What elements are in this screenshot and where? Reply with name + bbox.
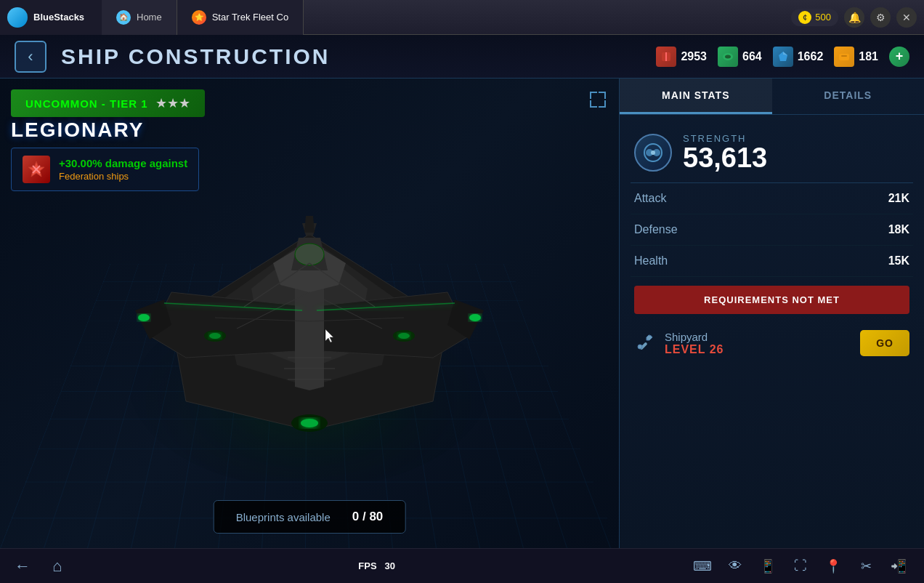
scissors-icon[interactable]: ✂ xyxy=(855,555,877,577)
ship-name: LEGIONARY xyxy=(11,118,144,142)
left-panel: UNCOMMON - TIER 1 ★★★ LEGIONARY +30.00% … xyxy=(0,79,619,548)
add-resources-button[interactable]: + xyxy=(889,47,909,67)
coin-value: 500 xyxy=(815,12,831,23)
coin-display: ₵ 500 xyxy=(791,9,838,26)
tab-bar: 🏠 Home ⭐ Star Trek Fleet Co xyxy=(102,0,791,35)
strength-row: STRENGTH 53,613 xyxy=(631,126,913,183)
fps-value: 30 xyxy=(384,560,394,571)
coin-icon: ₵ xyxy=(798,11,811,24)
titlebar: BlueStacks 🏠 Home ⭐ Star Trek Fleet Co ₵… xyxy=(0,0,924,35)
page-title: SHIP CONSTRUCTION xyxy=(61,44,330,69)
resources-bar: 2953 664 1662 181 + xyxy=(656,47,909,67)
svg-point-56 xyxy=(651,150,655,155)
crystal-value: 1662 xyxy=(798,50,824,63)
stats-tabs: MAIN STATS DETAILS xyxy=(620,79,924,115)
phone-icon[interactable]: 📱 xyxy=(757,555,779,577)
tab-main-stats-label: MAIN STATS xyxy=(662,89,729,101)
shipyard-row: Shipyard LEVEL 26 GO xyxy=(631,323,913,363)
bluestacks-icon xyxy=(7,7,28,28)
wrench-icon xyxy=(634,332,656,354)
strength-info: STRENGTH 53,613 xyxy=(683,133,767,172)
bottom-controls-right: ⌨ 👁 📱 ⛶ 📍 ✂ 📲 xyxy=(692,555,909,577)
phone-alt-icon[interactable]: 📲 xyxy=(888,555,909,577)
trilithium-icon xyxy=(718,47,738,67)
header-bar: ‹ SHIP CONSTRUCTION 2953 664 1662 xyxy=(0,35,924,79)
bluestacks-label: BlueStacks xyxy=(33,12,84,23)
ship-image xyxy=(99,176,520,481)
requirements-not-met-banner: REQUIREMENTS NOT MET xyxy=(634,286,909,314)
strength-icon xyxy=(634,134,672,172)
attack-label: Attack xyxy=(634,192,666,205)
keyboard-icon[interactable]: ⌨ xyxy=(692,555,713,577)
svg-rect-18 xyxy=(604,100,606,108)
expand-icon[interactable] xyxy=(588,89,608,114)
svg-rect-6 xyxy=(839,54,849,60)
svg-point-32 xyxy=(295,244,324,265)
tab-main-stats[interactable]: MAIN STATS xyxy=(620,79,772,114)
svg-point-38 xyxy=(301,419,318,427)
nav-home-icon[interactable]: ⌂ xyxy=(52,557,62,576)
parsteel-value: 2953 xyxy=(681,50,707,63)
game-content: ‹ SHIP CONSTRUCTION 2953 664 1662 xyxy=(0,35,924,548)
svg-point-26 xyxy=(469,314,481,321)
trilithium-value: 664 xyxy=(742,50,762,63)
ship-rarity-label: UNCOMMON - TIER 1 xyxy=(25,97,148,110)
location-icon[interactable]: 📍 xyxy=(822,555,844,577)
svg-point-34 xyxy=(398,333,410,339)
game-tab-icon: ⭐ xyxy=(192,10,206,25)
blueprints-value: 0 / 80 xyxy=(352,510,384,524)
resource-latinum: 181 xyxy=(834,47,878,67)
shipyard-name-label: Shipyard xyxy=(665,331,724,343)
tab-game-label: Star Trek Fleet Co xyxy=(212,12,288,23)
stat-row-health: Health 15K xyxy=(631,246,913,277)
svg-rect-16 xyxy=(590,100,591,108)
latinum-value: 181 xyxy=(859,50,878,63)
go-button[interactable]: GO xyxy=(860,330,909,356)
bonus-percent: +30.00% damage against xyxy=(59,157,187,169)
stats-content: STRENGTH 53,613 Attack 21K Defense 18K H… xyxy=(620,115,924,548)
defense-label: Defense xyxy=(634,223,678,236)
shipyard-level-label: LEVEL 26 xyxy=(665,343,724,356)
settings-icon[interactable]: ⚙ xyxy=(870,7,891,28)
stat-row-defense: Defense 18K xyxy=(631,214,913,246)
back-button[interactable]: ‹ xyxy=(15,41,46,73)
home-tab-icon: 🏠 xyxy=(116,10,131,25)
bottom-nav-left: ← ⌂ xyxy=(15,557,62,576)
latinum-icon xyxy=(834,47,854,67)
defense-value: 18K xyxy=(888,223,909,236)
tab-home[interactable]: 🏠 Home xyxy=(102,0,177,35)
resource-trilithium: 664 xyxy=(718,47,762,67)
titlebar-controls: ₵ 500 🔔 ⚙ ✕ xyxy=(791,7,924,28)
main-layout: UNCOMMON - TIER 1 ★★★ LEGIONARY +30.00% … xyxy=(0,79,924,548)
crystal-icon xyxy=(773,47,793,67)
stat-row-attack: Attack 21K xyxy=(631,183,913,214)
tab-game[interactable]: ⭐ Star Trek Fleet Co xyxy=(177,0,304,35)
shipyard-text: Shipyard LEVEL 26 xyxy=(665,331,724,356)
resource-crystal: 1662 xyxy=(773,47,824,67)
attack-value: 21K xyxy=(888,192,909,205)
svg-rect-14 xyxy=(604,92,606,99)
svg-point-3 xyxy=(725,55,731,58)
ship-stars: ★★★ xyxy=(155,95,190,111)
right-panel: MAIN STATS DETAILS xyxy=(619,79,924,548)
svg-rect-12 xyxy=(590,92,591,99)
health-label: Health xyxy=(634,254,668,268)
bonus-icon xyxy=(23,156,50,183)
bluestacks-logo: BlueStacks xyxy=(0,0,102,35)
bottom-bar: ← ⌂ FPS 30 ⌨ 👁 📱 ⛶ 📍 ✂ 📲 xyxy=(0,548,924,583)
tab-home-label: Home xyxy=(137,12,162,23)
ship-rarity-badge: UNCOMMON - TIER 1 ★★★ xyxy=(11,89,205,117)
shipyard-info: Shipyard LEVEL 26 xyxy=(634,331,724,356)
tab-details[interactable]: DETAILS xyxy=(772,79,925,114)
fps-display: FPS 30 xyxy=(358,560,395,571)
blueprints-label: Blueprints available xyxy=(236,511,331,523)
expand-screen-icon[interactable]: ⛶ xyxy=(790,555,811,577)
req-not-met-label: REQUIREMENTS NOT MET xyxy=(704,294,840,305)
nav-back-icon[interactable]: ← xyxy=(15,557,31,576)
close-icon[interactable]: ✕ xyxy=(896,7,917,28)
eye-icon[interactable]: 👁 xyxy=(724,555,746,577)
svg-marker-49 xyxy=(304,216,315,233)
strength-value: 53,613 xyxy=(683,144,767,172)
bell-icon[interactable]: 🔔 xyxy=(844,7,864,28)
tab-details-label: DETAILS xyxy=(824,89,872,101)
